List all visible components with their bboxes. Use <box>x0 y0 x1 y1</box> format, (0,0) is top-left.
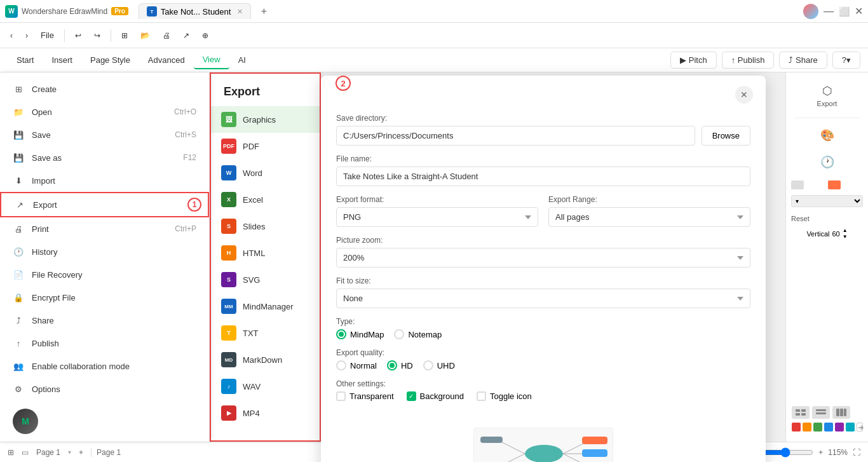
forward-btn[interactable]: › <box>20 29 33 43</box>
menu-advanced[interactable]: Advanced <box>139 51 194 69</box>
transparent-checkbox[interactable]: Transparent <box>336 391 394 401</box>
format-html[interactable]: H HTML <box>211 240 320 266</box>
tab-1-close[interactable]: ✕ <box>237 8 243 16</box>
export-format-group: Export format: PNG JPG BMP <box>336 195 538 227</box>
layout-icon-1[interactable] <box>792 406 810 419</box>
browse-btn[interactable]: Browse <box>702 126 750 146</box>
export-range-select[interactable]: All pages Current page <box>548 207 750 227</box>
zoom-in-btn[interactable]: + <box>818 448 823 457</box>
publish-btn[interactable]: ↑ Publish <box>722 51 775 69</box>
background-checkbox[interactable]: ✓ Background <box>407 391 464 401</box>
fullscreen-btn[interactable]: ⛶ <box>853 448 860 457</box>
format-graphics[interactable]: 🖼 Graphics <box>211 106 320 133</box>
color-more[interactable] <box>857 423 863 431</box>
right-theme-btn[interactable]: 🎨 <box>786 122 868 149</box>
layout-icon-3[interactable] <box>832 406 850 419</box>
menu-item-collab[interactable]: 👥 Enable collaboration mode <box>0 355 209 377</box>
color-6[interactable] <box>846 423 855 431</box>
color-5[interactable] <box>835 423 844 431</box>
color-1[interactable] <box>792 423 801 431</box>
type-notemap[interactable]: Notemap <box>394 329 442 339</box>
menu-item-import[interactable]: ⬇ Import <box>0 169 209 192</box>
fit-to-size-select[interactable]: None Fit width Fit height <box>336 289 750 308</box>
save-directory-input[interactable] <box>336 126 695 146</box>
quality-hd[interactable]: HD <box>387 360 413 370</box>
menu-item-saveas[interactable]: 💾 Save as F12 <box>0 146 209 169</box>
vertical-label: Vertical <box>806 230 829 238</box>
right-clock-btn[interactable]: 🕐 <box>786 149 868 175</box>
vertical-down[interactable]: ▼ <box>843 234 848 240</box>
share-btn[interactable]: ⤴ Share <box>779 51 827 69</box>
page-dropdown[interactable]: ▾ <box>68 449 71 456</box>
minimize-btn[interactable]: — <box>824 4 834 19</box>
maximize-btn[interactable]: ⬜ <box>839 4 850 19</box>
format-slides[interactable]: S Slides <box>211 213 320 240</box>
vertical-stepper[interactable]: ▲ ▼ <box>843 228 848 240</box>
dialog-close-btn[interactable]: ✕ <box>735 86 753 104</box>
color-2[interactable] <box>803 423 811 431</box>
print-btn[interactable]: 🖨 <box>158 29 175 43</box>
sidebar-sep <box>794 118 860 118</box>
menu-item-recovery[interactable]: 📄 File Recovery <box>0 263 209 286</box>
format-word[interactable]: W Word <box>211 160 320 186</box>
file-name-input[interactable] <box>336 166 750 186</box>
open-btn[interactable]: 📂 <box>135 29 155 43</box>
menu-item-publish[interactable]: ↑ Publish <box>0 332 209 355</box>
tab-1[interactable]: T Take Not... Student ✕ <box>139 3 252 19</box>
redo-btn[interactable]: ↪ <box>89 29 105 43</box>
menu-item-export[interactable]: ↗ Export 1 <box>0 192 209 217</box>
vertical-up[interactable]: ▲ <box>843 228 848 233</box>
menu-item-open[interactable]: 📁 Open Ctrl+O <box>0 100 209 123</box>
menu-pagestyle[interactable]: Page Style <box>81 51 139 69</box>
vertical-row: Vertical 60 ▲ ▼ <box>801 225 852 242</box>
file-btn[interactable]: File <box>36 28 59 43</box>
menu-item-history[interactable]: 🕐 History <box>0 240 209 263</box>
picture-zoom-select[interactable]: 200% 100% 150% <box>336 248 750 268</box>
format-wav[interactable]: ♪ WAV <box>211 373 320 400</box>
export-format-select[interactable]: PNG JPG BMP <box>336 207 538 227</box>
menu-start[interactable]: Start <box>8 51 43 69</box>
format-mindmanager[interactable]: MM MindManager <box>211 293 320 320</box>
insert-btn[interactable]: ⊕ <box>197 29 214 43</box>
format-mp4[interactable]: ▶ MP4 <box>211 400 320 426</box>
right-export-btn[interactable]: ⬡ Export <box>786 78 868 114</box>
menu-item-options[interactable]: ⚙ Options <box>0 377 209 400</box>
layout-select[interactable]: ▾ <box>791 195 863 207</box>
menu-insert[interactable]: Insert <box>43 51 81 69</box>
page-label: Page 1 <box>36 448 60 457</box>
menu-item-share[interactable]: ⤴ Share <box>0 309 209 332</box>
type-mindmap[interactable]: MindMap <box>336 329 384 339</box>
menu-item-save[interactable]: 💾 Save Ctrl+S <box>0 123 209 146</box>
color-3[interactable] <box>813 423 822 431</box>
layout-icon-2[interactable] <box>812 406 830 419</box>
menu-item-print[interactable]: 🖨 Print Ctrl+P <box>0 217 209 240</box>
format-svg[interactable]: S SVG <box>211 266 320 293</box>
zoom-slider[interactable] <box>763 447 813 458</box>
preview-svg <box>474 428 613 462</box>
format-excel[interactable]: X Excel <box>211 186 320 213</box>
new-btn[interactable]: ⊞ <box>116 29 133 43</box>
notemap-radio-circle <box>394 329 404 339</box>
undo-btn[interactable]: ↩ <box>70 29 86 43</box>
back-btn[interactable]: ‹ <box>5 29 18 43</box>
mindmap-label: MindMap <box>350 330 384 339</box>
add-page-btn[interactable]: + <box>79 448 83 457</box>
menu-item-create[interactable]: ⊞ Create <box>0 78 209 100</box>
user-avatar[interactable] <box>803 4 818 19</box>
help-btn[interactable]: ?▾ <box>832 51 860 69</box>
menu-ai[interactable]: AI <box>229 51 255 69</box>
close-btn[interactable]: ✕ <box>855 4 863 19</box>
tab-add[interactable]: + <box>256 4 271 19</box>
menu-view[interactable]: View <box>194 51 229 69</box>
menu-item-encrypt[interactable]: 🔒 Encrypt File <box>0 286 209 309</box>
format-pdf[interactable]: PDF PDF <box>211 133 320 160</box>
quality-normal[interactable]: Normal <box>336 360 377 370</box>
toggle-icon-checkbox[interactable]: Toggle icon <box>477 391 532 401</box>
format-txt[interactable]: T TXT <box>211 320 320 346</box>
pitch-btn[interactable]: ▶ Pitch <box>670 51 717 69</box>
format-markdown[interactable]: MD MarkDown <box>211 346 320 373</box>
export-btn-toolbar[interactable]: ↗ <box>178 29 194 43</box>
other-settings-row: Transparent ✓ Background Toggle icon <box>336 391 750 401</box>
quality-uhd[interactable]: UHD <box>423 360 455 370</box>
color-4[interactable] <box>824 423 833 431</box>
